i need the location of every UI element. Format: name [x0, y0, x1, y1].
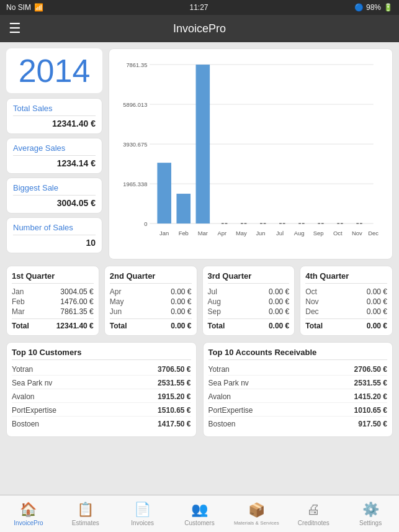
q1-total-value: 12341.40 €	[56, 322, 94, 330]
q4-nov-amount: 0.00 €	[367, 297, 387, 306]
q1-jan-amount: 3004.05 €	[60, 287, 93, 296]
q3-title: 3rd Quarter	[208, 271, 290, 284]
top-customers-title: Top 10 Customers	[12, 348, 191, 360]
biggest-sale-label: Biggest Sale	[13, 183, 96, 196]
avg-sales-box[interactable]: Average Sales 1234.14 €	[6, 138, 102, 174]
svg-text:5896.013: 5896.013	[123, 101, 147, 108]
battery-icon: 🔋	[383, 3, 393, 12]
q3-jul-month: Jul	[208, 287, 217, 296]
customer-row-4: Bostoen 1417.50 €	[12, 418, 191, 430]
estimates-icon: 📋	[77, 502, 94, 518]
q4-total: Total 0.00 €	[305, 318, 387, 330]
customer-row-2: Avalon 1915.20 €	[12, 391, 191, 403]
receivable-amount-4: 917.50 €	[358, 420, 387, 428]
customer-name-0: Yotran	[12, 365, 33, 374]
tab-customers[interactable]: 👥 Customers	[171, 499, 228, 529]
menu-icon[interactable]: ☰	[9, 22, 21, 35]
svg-text:Jul: Jul	[276, 230, 284, 237]
q1-total-label: Total	[12, 322, 29, 330]
invoices-icon: 📄	[134, 502, 151, 518]
bluetooth-icon: 🔵	[354, 3, 364, 12]
svg-text:May: May	[236, 230, 247, 237]
q4-title: 4th Quarter	[305, 271, 387, 284]
tab-creditnotes-label: Creditnotes	[298, 520, 330, 526]
q1-row-jan: Jan 3004.05 €	[12, 287, 94, 296]
num-sales-box[interactable]: Number of Sales 10	[6, 217, 102, 253]
svg-text:Feb: Feb	[179, 230, 189, 237]
chart-area: 7861.35 5896.013 3930.675 1965.338 0	[114, 55, 387, 254]
quarters-section: 1st Quarter Jan 3004.05 € Feb 1476.00 € …	[6, 266, 393, 336]
svg-text:Aug: Aug	[294, 230, 305, 237]
quarter-2: 2nd Quarter Apr 0.00 € May 0.00 € Jun 0.…	[104, 266, 197, 336]
q2-jun-month: Jun	[110, 307, 122, 316]
tab-estimates[interactable]: 📋 Estimates	[57, 499, 114, 529]
q2-row-jun: Jun 0.00 €	[110, 307, 192, 316]
top-customers-box: Top 10 Customers Yotran 3706.50 € Sea Pa…	[6, 342, 197, 437]
q2-total: Total 0.00 €	[110, 318, 192, 330]
left-stats: 2014 Total Sales 12341.40 € Average Sale…	[6, 48, 102, 259]
tab-customers-label: Customers	[184, 520, 214, 526]
q2-apr-amount: 0.00 €	[171, 287, 191, 296]
q3-total-value: 0.00 €	[269, 322, 289, 330]
customers-icon: 👥	[191, 502, 208, 518]
tab-invoices-label: Invoices	[131, 520, 154, 526]
receivable-row-0: Yotran 2706.50 €	[208, 364, 388, 376]
svg-text:0: 0	[144, 220, 147, 227]
svg-text:Jan: Jan	[159, 230, 169, 237]
total-sales-box[interactable]: Total Sales 12341.40 €	[6, 98, 102, 134]
invoicepro-icon: 🏠	[20, 502, 37, 518]
q4-total-value: 0.00 €	[367, 322, 387, 330]
bottom-section: Top 10 Customers Yotran 3706.50 € Sea Pa…	[6, 342, 393, 437]
q2-jun-amount: 0.00 €	[171, 307, 191, 316]
wifi-icon: 📶	[34, 3, 43, 12]
svg-text:3930.675: 3930.675	[123, 141, 147, 148]
avg-sales-label: Average Sales	[13, 143, 96, 156]
q4-row-oct: Oct 0.00 €	[305, 287, 387, 296]
biggest-sale-value: 3004.05 €	[13, 198, 96, 208]
q1-jan-month: Jan	[12, 287, 24, 296]
q2-row-may: May 0.00 €	[110, 297, 192, 306]
q3-sep-amount: 0.00 €	[269, 307, 289, 316]
q3-jul-amount: 0.00 €	[269, 287, 289, 296]
q3-total-label: Total	[208, 322, 225, 330]
q1-mar-month: Mar	[12, 307, 25, 316]
status-left: No SIM 📶	[6, 3, 43, 12]
battery-text: 98%	[366, 3, 381, 12]
receivable-row-3: PortExpertise 1010.65 €	[208, 405, 388, 417]
q1-row-mar: Mar 7861.35 €	[12, 307, 94, 316]
q3-row-jul: Jul 0.00 €	[208, 287, 290, 296]
q2-may-month: May	[110, 297, 124, 306]
nav-title: InvoicePro	[173, 22, 226, 35]
biggest-sale-box[interactable]: Biggest Sale 3004.05 €	[6, 178, 102, 214]
tab-settings[interactable]: ⚙️ Settings	[342, 499, 399, 529]
top-receivable-box: Top 10 Accounts Receivable Yotran 2706.5…	[203, 342, 393, 437]
q2-total-label: Total	[110, 322, 127, 330]
tab-invoices[interactable]: 📄 Invoices	[114, 499, 171, 529]
q4-oct-month: Oct	[305, 287, 317, 296]
year-value: 2014	[19, 53, 91, 89]
tab-invoicepro-label: InvoicePro	[14, 520, 43, 526]
receivable-name-3: PortExpertise	[208, 406, 253, 415]
svg-rect-11	[176, 194, 191, 223]
receivable-amount-2: 1415.20 €	[354, 392, 387, 401]
status-right: 🔵 98% 🔋	[354, 3, 393, 12]
q4-row-nov: Nov 0.00 €	[305, 297, 387, 306]
q1-title: 1st Quarter	[12, 271, 94, 284]
top-receivable-title: Top 10 Accounts Receivable	[208, 348, 388, 360]
q3-total: Total 0.00 €	[208, 318, 290, 330]
time-display: 11:27	[189, 3, 208, 12]
num-sales-label: Number of Sales	[13, 223, 96, 235]
tab-invoicepro[interactable]: 🏠 InvoicePro	[0, 499, 57, 529]
q2-title: 2nd Quarter	[110, 271, 192, 284]
tab-materials[interactable]: 📦 Materials & Services	[228, 500, 285, 528]
quarter-1: 1st Quarter Jan 3004.05 € Feb 1476.00 € …	[6, 266, 99, 336]
tab-creditnotes[interactable]: 🖨 Creditnotes	[285, 499, 342, 529]
q1-total: Total 12341.40 €	[12, 318, 94, 330]
receivable-amount-1: 2531.55 €	[354, 379, 387, 387]
customer-name-1: Sea Park nv	[12, 379, 52, 387]
svg-text:Apr: Apr	[218, 230, 227, 237]
svg-text:Nov: Nov	[352, 230, 362, 237]
q3-sep-month: Sep	[208, 307, 221, 316]
receivable-name-0: Yotran	[208, 365, 230, 374]
chart-box: 7861.35 5896.013 3930.675 1965.338 0	[109, 48, 393, 259]
